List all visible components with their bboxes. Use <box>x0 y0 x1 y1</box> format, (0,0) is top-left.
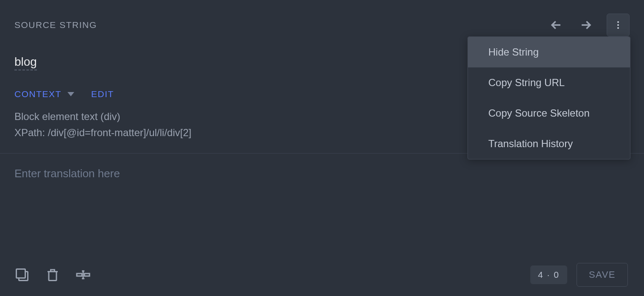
svg-point-1 <box>617 24 619 26</box>
kebab-icon <box>613 20 623 30</box>
chevron-down-icon <box>67 92 74 96</box>
placeholder-button[interactable] <box>76 267 91 282</box>
context-label-text: CONTEXT <box>14 89 62 99</box>
menu-copy-source-skeleton[interactable]: Copy Source Skeleton <box>468 98 630 128</box>
svg-point-2 <box>617 27 619 29</box>
menu-copy-string-url[interactable]: Copy String URL <box>468 67 630 98</box>
translation-section <box>0 154 644 194</box>
section-title: SOURCE STRING <box>14 20 97 30</box>
context-toggle[interactable]: CONTEXT <box>14 89 74 99</box>
header-actions <box>547 14 630 36</box>
more-options-menu: Hide String Copy String URL Copy Source … <box>468 36 630 159</box>
svg-rect-3 <box>17 269 25 278</box>
arrow-right-icon <box>579 18 593 32</box>
arrow-left-icon <box>549 18 563 32</box>
svg-point-0 <box>617 21 619 23</box>
character-count: 4 · 0 <box>530 265 567 284</box>
delete-button[interactable] <box>45 267 60 282</box>
trash-icon <box>45 267 60 282</box>
menu-translation-history[interactable]: Translation History <box>468 128 630 159</box>
save-button[interactable]: SAVE <box>577 263 628 287</box>
source-string-value[interactable]: blog <box>14 55 37 70</box>
copy-source-button[interactable] <box>14 267 30 282</box>
more-options-button[interactable] <box>607 14 630 36</box>
menu-hide-string[interactable]: Hide String <box>468 37 630 67</box>
bottom-toolbar: 4 · 0 SAVE <box>14 263 628 287</box>
translation-input[interactable] <box>14 167 630 180</box>
text-field-icon <box>76 267 91 282</box>
toolbar-right: 4 · 0 SAVE <box>530 263 628 287</box>
previous-button[interactable] <box>547 16 565 34</box>
edit-link[interactable]: EDIT <box>91 89 114 99</box>
next-button[interactable] <box>577 16 595 34</box>
copy-icon <box>14 267 30 282</box>
toolbar-left <box>14 267 91 282</box>
header-row: SOURCE STRING <box>14 14 630 36</box>
